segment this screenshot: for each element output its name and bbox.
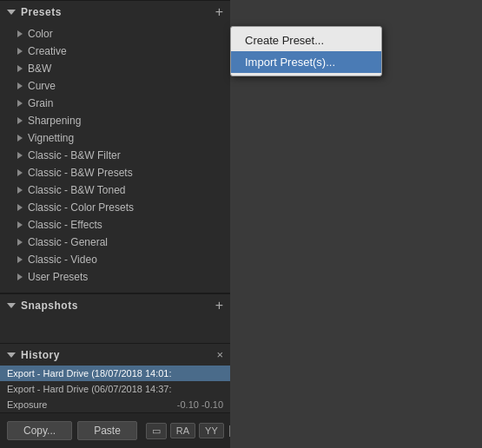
preset-item-label: Classic - Effects xyxy=(28,219,102,231)
snapshots-add-icon[interactable]: + xyxy=(215,299,223,313)
preset-item-label: Color xyxy=(28,28,53,40)
preset-expand-icon xyxy=(17,65,23,72)
preset-item-label: Sharpening xyxy=(28,115,81,127)
preset-item-label: Vignetting xyxy=(28,132,74,144)
ra-icon[interactable]: RA xyxy=(170,423,195,438)
bottom-bar: Copy... Paste ▭ RA YY Soft Proofing xyxy=(0,412,230,448)
history-section: History × Export - Hard Drive (18/07/201… xyxy=(0,343,230,412)
preset-item-label: Classic - Video xyxy=(28,254,97,266)
snapshots-title: Snapshots xyxy=(21,300,78,312)
yy-icon[interactable]: YY xyxy=(199,423,224,438)
preset-expand-icon xyxy=(17,239,23,246)
history-item[interactable]: Export - Hard Drive (18/07/2018 14:01: xyxy=(0,366,230,381)
preset-item[interactable]: B&W xyxy=(0,60,230,77)
paste-button[interactable]: Paste xyxy=(77,421,137,440)
preset-item-label: B&W xyxy=(28,63,51,75)
preset-item[interactable]: Classic - Color Presets xyxy=(0,199,230,216)
preset-expand-icon xyxy=(17,117,23,124)
context-menu: Create Preset...Import Preset(s)... xyxy=(230,26,382,76)
presets-add-icon[interactable]: + xyxy=(215,5,223,19)
snapshots-content xyxy=(0,317,230,343)
preset-list: ColorCreativeB&WCurveGrainSharpeningVign… xyxy=(0,23,230,293)
preset-expand-icon xyxy=(17,152,23,159)
presets-title: Presets xyxy=(21,6,62,18)
preset-item-label: Grain xyxy=(28,97,53,109)
snapshots-collapse-icon xyxy=(7,303,16,308)
preset-item-label: Curve xyxy=(28,80,56,92)
history-title: History xyxy=(21,349,60,361)
preset-expand-icon xyxy=(17,256,23,263)
preset-item[interactable]: Classic - B&W Presets xyxy=(0,164,230,181)
snapshots-section: Snapshots + xyxy=(0,293,230,343)
preset-expand-icon xyxy=(17,204,23,211)
history-item-label: Export - Hard Drive (06/07/2018 14:37: xyxy=(7,384,172,394)
preset-item[interactable]: Classic - Effects xyxy=(0,216,230,234)
preset-expand-icon xyxy=(17,100,23,107)
preset-item[interactable]: Classic - Video xyxy=(0,251,230,268)
presets-collapse-icon xyxy=(7,10,16,15)
preset-expand-icon xyxy=(17,48,23,55)
preset-item[interactable]: Classic - B&W Filter xyxy=(0,147,230,164)
preset-item[interactable]: Color xyxy=(0,25,230,43)
left-panel: Presets + ColorCreativeB&WCurveGrainShar… xyxy=(0,0,230,448)
copy-button[interactable]: Copy... xyxy=(7,421,72,440)
snapshots-section-header[interactable]: Snapshots + xyxy=(0,293,230,317)
history-item-label: Exposure xyxy=(7,399,47,410)
preset-item[interactable]: Classic - General xyxy=(0,234,230,251)
history-item-label: Export - Hard Drive (18/07/2018 14:01: xyxy=(7,368,172,379)
right-panel: Create Preset...Import Preset(s)... xyxy=(230,0,482,448)
preset-expand-icon xyxy=(17,82,23,89)
preset-item-label: Classic - B&W Toned xyxy=(28,184,125,196)
history-item[interactable]: Exposure-0.10 -0.10 xyxy=(0,397,230,412)
history-item[interactable]: Export - Hard Drive (06/07/2018 14:37: xyxy=(0,381,230,397)
preset-item-label: Classic - B&W Filter xyxy=(28,149,121,161)
toolbar-icons: ▭ RA YY xyxy=(146,423,224,439)
presets-section-header[interactable]: Presets + xyxy=(0,0,230,23)
preset-item[interactable]: Creative xyxy=(0,43,230,60)
preset-expand-icon xyxy=(17,273,23,280)
preset-item-label: Classic - Color Presets xyxy=(28,201,134,214)
preset-expand-icon xyxy=(17,135,23,142)
preset-item[interactable]: Grain xyxy=(0,95,230,112)
preset-item[interactable]: Vignetting xyxy=(0,129,230,147)
preset-expand-icon xyxy=(17,169,23,176)
preset-item-label: Creative xyxy=(28,45,67,57)
preset-item-label: Classic - General xyxy=(28,236,108,248)
history-close-icon[interactable]: × xyxy=(216,348,223,361)
preset-item-label: Classic - B&W Presets xyxy=(28,167,133,179)
history-header: History × xyxy=(0,344,230,366)
history-list: Export - Hard Drive (18/07/2018 14:01:Ex… xyxy=(0,366,230,412)
preset-item[interactable]: Sharpening xyxy=(0,112,230,129)
preset-item[interactable]: Curve xyxy=(0,77,230,95)
preset-item-label: User Presets xyxy=(28,271,88,283)
preset-item[interactable]: User Presets xyxy=(0,268,230,286)
history-collapse-icon xyxy=(7,352,16,358)
preset-expand-icon xyxy=(17,30,23,37)
context-menu-item-0[interactable]: Create Preset... xyxy=(231,30,381,51)
crop-icon[interactable]: ▭ xyxy=(146,423,167,439)
preset-item[interactable]: Classic - B&W Toned xyxy=(0,181,230,199)
context-menu-item-1[interactable]: Import Preset(s)... xyxy=(231,51,381,73)
history-item-values: -0.10 -0.10 xyxy=(177,399,223,410)
preset-expand-icon xyxy=(17,187,23,194)
preset-expand-icon xyxy=(17,221,23,228)
